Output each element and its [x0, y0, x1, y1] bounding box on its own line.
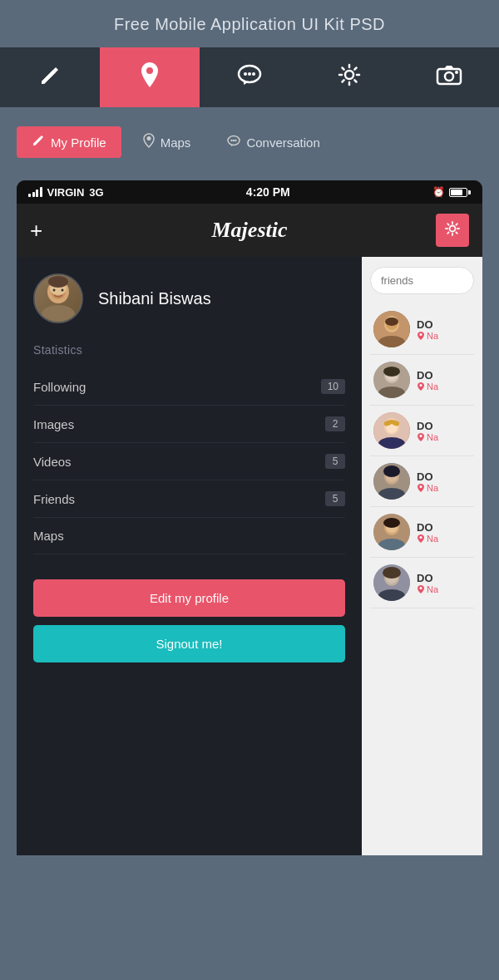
- friend-avatar: [373, 311, 410, 347]
- nav-location[interactable]: [100, 47, 200, 107]
- settings-button[interactable]: [436, 214, 469, 247]
- tab-location-icon: [143, 133, 155, 151]
- maps-label: Maps: [33, 529, 64, 543]
- battery-icon: [449, 188, 471, 197]
- edit-profile-button[interactable]: Edit my profile: [33, 579, 345, 617]
- list-item[interactable]: DO Na: [370, 304, 474, 355]
- friends-search-input[interactable]: [370, 267, 474, 294]
- signout-button[interactable]: Signout me!: [33, 625, 345, 662]
- tab-maps-label: Maps: [161, 135, 191, 150]
- list-item[interactable]: DO Na: [370, 406, 474, 456]
- friends-panel: DO Na: [362, 257, 482, 855]
- list-item[interactable]: DO Na: [370, 456, 474, 507]
- videos-label: Videos: [33, 455, 72, 469]
- svg-point-21: [48, 276, 68, 288]
- status-bar: VIRGIN 3G 4:20 PM ⏰: [17, 180, 482, 204]
- status-left: VIRGIN 3G: [28, 186, 104, 199]
- images-badge: 2: [325, 416, 345, 431]
- friend-info: DO Na: [417, 420, 471, 442]
- svg-point-4: [252, 72, 255, 76]
- svg-point-0: [146, 67, 153, 74]
- profile-header: Shibani Biswas: [33, 273, 345, 323]
- list-item[interactable]: DO Na: [370, 355, 474, 406]
- status-right: ⏰: [432, 186, 471, 198]
- friend-location: Na: [417, 382, 471, 392]
- friend-avatar: [373, 514, 410, 550]
- tab-chat-icon: [227, 135, 240, 150]
- tab-my-profile-label: My Profile: [51, 135, 106, 150]
- friends-badge: 5: [325, 491, 345, 506]
- svg-point-2: [244, 72, 247, 76]
- tab-bar: My Profile Maps Conversation: [0, 107, 499, 174]
- tab-conversation[interactable]: Conversation: [212, 127, 334, 157]
- left-panel: Shibani Biswas Statistics Following 10 I…: [17, 257, 362, 855]
- alarm-icon: ⏰: [432, 186, 445, 198]
- location-pin-icon: [139, 62, 161, 93]
- app-header: + Majestic: [17, 204, 482, 257]
- svg-point-44: [383, 465, 400, 477]
- menu-item-following[interactable]: Following 10: [33, 368, 345, 406]
- tab-my-profile[interactable]: My Profile: [17, 126, 121, 158]
- menu-item-images[interactable]: Images 2: [33, 406, 345, 443]
- friend-avatar: [373, 463, 410, 500]
- list-item[interactable]: DO Na: [370, 558, 474, 608]
- tab-edit-icon: [32, 134, 45, 150]
- tab-conversation-label: Conversation: [246, 135, 319, 150]
- menu-item-videos[interactable]: Videos 5: [33, 443, 345, 480]
- app-title: Majestic: [212, 218, 288, 243]
- svg-point-13: [235, 140, 237, 141]
- tab-maps[interactable]: Maps: [128, 126, 206, 159]
- svg-point-57: [420, 587, 422, 589]
- avatar: [33, 273, 83, 323]
- svg-point-12: [233, 140, 235, 141]
- svg-point-27: [420, 333, 422, 336]
- avatar-image: [35, 273, 82, 323]
- page-title: Free Mobile Application UI Kit PSD: [0, 0, 499, 47]
- friend-name: DO: [417, 572, 471, 584]
- add-button[interactable]: +: [30, 219, 42, 241]
- signal-bars-icon: [28, 187, 42, 197]
- friend-location: Na: [417, 483, 471, 493]
- friend-name: DO: [417, 318, 471, 331]
- svg-point-39: [420, 435, 422, 437]
- svg-point-19: [53, 289, 56, 292]
- friend-avatar: [373, 412, 410, 449]
- nav-edit[interactable]: [0, 47, 100, 107]
- gear-icon: [338, 63, 361, 91]
- friend-avatar: [373, 362, 410, 398]
- phone-frame: VIRGIN 3G 4:20 PM ⏰ + Majestic: [17, 180, 482, 855]
- edit-icon: [38, 63, 62, 91]
- list-item[interactable]: DO Na: [370, 507, 474, 558]
- friend-info: DO Na: [417, 470, 471, 493]
- content-area: Shibani Biswas Statistics Following 10 I…: [17, 257, 482, 855]
- svg-point-56: [383, 567, 401, 579]
- menu-item-maps[interactable]: Maps: [33, 518, 345, 554]
- nav-chat[interactable]: [200, 47, 299, 107]
- svg-point-11: [231, 140, 233, 141]
- svg-point-20: [62, 289, 64, 292]
- following-badge: 10: [321, 379, 345, 394]
- videos-badge: 5: [325, 454, 345, 469]
- svg-point-7: [445, 72, 453, 81]
- friend-name: DO: [417, 369, 471, 382]
- carrier-label: VIRGIN: [47, 186, 85, 199]
- friend-info: DO Na: [417, 572, 471, 594]
- header-gear-icon: [444, 220, 461, 241]
- images-label: Images: [33, 417, 74, 431]
- friend-info: DO Na: [417, 369, 471, 392]
- menu-item-friends[interactable]: Friends 5: [33, 480, 345, 518]
- friend-name: DO: [417, 420, 471, 432]
- friend-location: Na: [417, 331, 471, 341]
- friends-label: Friends: [33, 492, 75, 506]
- status-time: 4:20 PM: [246, 185, 290, 199]
- svg-point-3: [248, 72, 251, 76]
- nav-settings[interactable]: [299, 47, 399, 107]
- svg-rect-17: [42, 305, 75, 323]
- svg-point-45: [420, 485, 422, 488]
- friend-info: DO Na: [417, 521, 471, 544]
- svg-rect-33: [384, 368, 399, 372]
- friend-name: DO: [417, 521, 471, 534]
- friend-name: DO: [417, 470, 471, 483]
- nav-camera[interactable]: [399, 47, 499, 107]
- svg-point-5: [345, 71, 353, 79]
